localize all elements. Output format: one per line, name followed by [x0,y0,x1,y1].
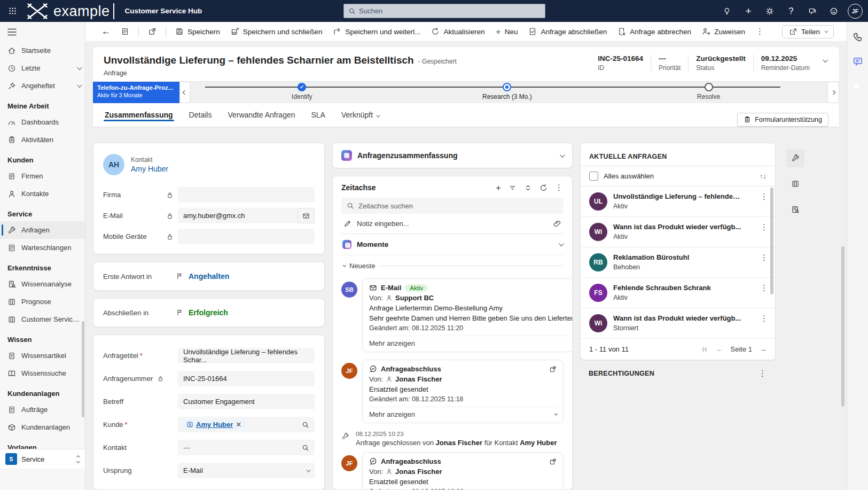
show-more-button[interactable]: Mehr anzeigen [369,407,557,419]
form-search-tool-button[interactable] [786,200,804,219]
remove-chip-icon[interactable]: ✕ [236,421,241,429]
sidebar-item-anfragen[interactable]: Anfragen [0,221,85,239]
list-scrollbar[interactable] [770,188,773,294]
new-button[interactable]: +Neu [491,25,523,39]
open-record-icon[interactable] [571,284,573,292]
timeline-entry-card[interactable]: E-Mail Aktiv Von:Support BC Anfrage Lief… [362,278,573,352]
save-and-route-button[interactable]: Speichern und weiterl... [328,25,425,38]
item-more-button[interactable]: ⋮ [760,222,769,232]
page-first-icon[interactable] [701,346,709,353]
attach-icon[interactable] [553,220,561,228]
open-record-icon[interactable] [549,458,557,465]
timeline-entry-card[interactable]: Anfrageabschluss Von:Jonas Fischer Ersat… [362,360,564,423]
refresh-button[interactable]: Aktualisieren [426,25,489,38]
case-summary-card[interactable]: Anfragenzusammenfassung [332,143,573,168]
sidebar-scrollbar[interactable] [82,321,84,417]
sidebar-item-prognose[interactable]: Prognose [0,293,85,310]
save-and-close-button[interactable]: Speichern und schließen [226,25,327,38]
save-button[interactable]: Speichern [170,25,225,38]
sidebar-item-firmen[interactable]: Firmen [0,167,85,185]
timeline-note-input[interactable]: Notiz eingeben... [341,214,564,234]
timeline-more-button[interactable]: ⋮ [555,183,564,192]
open-record-icon[interactable] [549,365,557,373]
form-switcher-button[interactable] [116,25,134,38]
lookup-search-icon[interactable] [302,421,309,429]
phone-icon[interactable] [853,32,863,42]
sidebar-item-wissensartikel[interactable]: Wissensartikel [0,347,85,364]
cancel-case-button[interactable]: Anfrage abbrechen [613,25,696,38]
resolve-case-button[interactable]: Anfrage abschließen [523,25,612,38]
bpf-stage-resolve[interactable]: Resolve [666,83,752,100]
timeline-refresh-icon[interactable] [539,184,548,192]
item-more-button[interactable]: ⋮ [760,314,769,323]
timeline-filter-icon[interactable] [509,184,517,192]
bpf-stage-identify[interactable]: ✓ Identify [259,83,345,100]
firma-input[interactable] [178,187,315,203]
mobile-input[interactable] [178,229,315,244]
quick-create-button[interactable]: + [738,0,759,22]
sidebar-item-aktivitaeten[interactable]: Aktivitäten [0,131,85,149]
select-all-checkbox[interactable] [589,172,598,181]
teams-chat-icon[interactable] [853,56,863,67]
betreff-input[interactable]: Customer Engagement [178,394,315,409]
item-more-button[interactable]: ⋮ [760,192,769,201]
kontakt-lookup[interactable]: --- [178,440,315,455]
email-input[interactable]: amy.huber@gmx.ch [178,208,315,223]
case-list-item[interactable]: RB Reklamation BürostuhlBehoben ⋮ [581,247,775,278]
more-commands-button[interactable]: ⋮ [751,24,769,39]
knowledge-tool-button[interactable] [786,175,804,193]
send-email-button[interactable] [298,208,315,223]
sidebar-item-letzte[interactable]: Letzte [0,59,85,77]
header-expand-icon[interactable] [823,57,828,63]
settings-button[interactable] [759,0,780,22]
open-new-window-button[interactable] [143,25,161,38]
nav-collapse-button[interactable] [0,24,85,42]
user-avatar[interactable]: JF [848,4,863,19]
case-list-item[interactable]: UL Unvollständige Lieferung – fehlendes … [581,186,775,217]
timeline-add-button[interactable]: + [496,183,501,192]
sidebar-item-customer-service[interactable]: Customer Service... [0,310,85,328]
sidebar-item-startseite[interactable]: Startseite [0,42,85,59]
tab-details[interactable]: Details [188,104,213,126]
tab-zusammenfassung[interactable]: Zusammenfassung [104,104,174,126]
back-button[interactable]: ← [97,25,115,38]
global-search-input[interactable]: Suchen [343,4,545,18]
ideas-button[interactable] [716,0,738,22]
sort-icon[interactable]: ↑↓ [760,172,767,180]
assign-button[interactable]: Zuweisen [697,25,750,38]
waffle-menu-icon[interactable] [0,0,25,22]
timeline-newest-group[interactable]: Neueste [341,255,564,275]
timeline-expand-icon[interactable] [524,184,532,192]
permissions-more-button[interactable]: ⋮ [758,369,767,378]
page-next-icon[interactable]: → [760,345,767,353]
item-more-button[interactable]: ⋮ [760,283,769,293]
bpf-collapse-button[interactable] [179,82,190,103]
case-list-item[interactable]: FS Fehlende Schrauben SchrankAktiv ⋮ [581,278,775,308]
copilot-icon[interactable] [851,81,864,94]
sidebar-item-auftraege[interactable]: Aufträge [0,401,85,418]
reactions-button[interactable] [823,0,844,22]
kunde-chip[interactable]: Amy Huber ✕ [183,419,245,430]
page-scrollbar[interactable] [841,246,844,407]
contact-name-link[interactable]: Amy Huber [131,165,168,173]
kunde-lookup[interactable]: Amy Huber ✕ [178,417,315,432]
lookup-search-icon[interactable] [302,444,309,452]
sidebar-item-kontakte[interactable]: Kontakte [0,185,85,203]
item-more-button[interactable]: ⋮ [760,253,769,262]
show-more-button[interactable]: Mehr anzeigen [369,336,573,348]
sidebar-item-angeheftet[interactable]: Angeheftet [0,77,85,95]
sidebar-item-warteschlangen[interactable]: Warteschlangen [0,239,85,256]
sidebar-item-wissenssuche[interactable]: Wissenssuche [0,364,85,382]
feedback-button[interactable] [802,0,823,22]
form-assist-button[interactable]: Formularunterstützung [737,113,828,127]
area-switcher[interactable]: S Service [0,449,85,469]
help-button[interactable]: ? [780,0,802,22]
tab-verknuepft[interactable]: Verknüpft [340,104,380,126]
anfragetitel-input[interactable]: Unvollständige Lieferung – fehlendes Sch… [178,348,315,363]
tab-verwandte-anfragen[interactable]: Verwandte Anfragen [226,104,296,126]
sidebar-item-kundenanlagen[interactable]: Kundenanlagen [0,418,85,436]
bpf-stage-research[interactable]: Research (3 Mo.) [464,83,550,100]
case-list-item[interactable]: Wi Wann ist das Produkt wieder verfügb..… [581,308,775,339]
related-cases-tool-button[interactable] [786,149,804,167]
case-list-item[interactable]: Wi Wann ist das Produkt wieder verfügb..… [581,217,775,247]
